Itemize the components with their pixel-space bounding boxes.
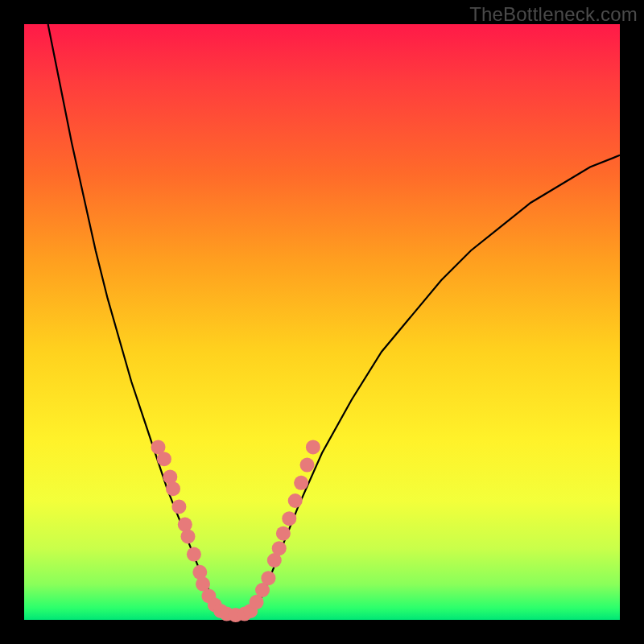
plot-area	[24, 24, 620, 620]
data-marker	[276, 526, 291, 541]
data-marker	[282, 511, 296, 526]
data-marker	[300, 458, 315, 473]
data-marker	[157, 452, 171, 466]
data-marker	[187, 547, 201, 562]
chart-container: TheBottleneck.com	[0, 0, 644, 644]
data-marker	[181, 529, 196, 543]
data-marker	[166, 481, 180, 496]
data-marker	[288, 493, 303, 508]
data-marker	[261, 571, 275, 585]
curve-group	[48, 24, 620, 617]
bottleneck-curve	[48, 24, 620, 617]
data-marker	[171, 499, 186, 514]
data-marker	[306, 440, 320, 454]
watermark-text: TheBottleneck.com	[469, 3, 638, 26]
marker-group	[151, 440, 320, 622]
chart-svg	[24, 24, 620, 620]
data-marker	[294, 476, 308, 490]
data-marker	[272, 541, 287, 555]
